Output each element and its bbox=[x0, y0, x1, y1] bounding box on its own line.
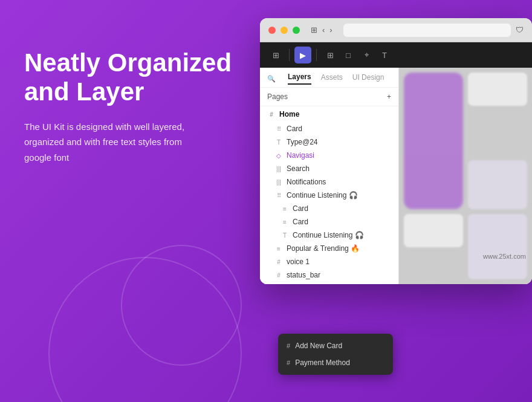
layer-icon-bar: ||| bbox=[274, 166, 283, 172]
tab-layers[interactable]: Layers bbox=[288, 73, 311, 85]
popup-item-payment[interactable]: # Payment Method bbox=[278, 354, 393, 371]
browser-url-bar[interactable] bbox=[343, 24, 511, 37]
figma-left-panel: 🔍 Layers Assets UI Design Pages + # Home bbox=[260, 68, 399, 284]
layer-label-cl: Continue Listening 🎧 bbox=[287, 191, 358, 199]
layer-icon-card2: ≡ bbox=[281, 206, 289, 212]
layer-label-search: Search bbox=[287, 164, 310, 173]
layer-item[interactable]: # voice 1 bbox=[260, 255, 398, 268]
context-menu: # Add New Card # Payment Method bbox=[278, 334, 393, 375]
browser-dot-yellow[interactable] bbox=[281, 27, 288, 34]
layer-label-cl2: Continue Listening 🎧 bbox=[293, 231, 364, 239]
canvas-card-white-1 bbox=[468, 73, 527, 106]
popup-payment-icon: # bbox=[287, 359, 290, 366]
layer-home[interactable]: # Home bbox=[260, 106, 398, 122]
layer-icon-card3: ≡ bbox=[281, 219, 289, 225]
layer-label-navigasi: Navigasi bbox=[287, 151, 314, 160]
popup-add-label: Add New Card bbox=[295, 342, 342, 350]
canvas-card-white-2 bbox=[404, 214, 463, 247]
layer-label-voice: voice 1 bbox=[287, 258, 310, 266]
layer-label-card2: Card bbox=[293, 204, 308, 213]
layer-label-pt: Popular & Trending 🔥 bbox=[287, 244, 360, 253]
figma-canvas: www.25xt.com bbox=[399, 68, 532, 284]
layer-icon-voice: # bbox=[274, 259, 283, 265]
toolbar-group-left: ⊞ bbox=[267, 47, 284, 63]
toolbar-frame-btn[interactable]: ⊞ bbox=[322, 47, 339, 63]
layer-icon-pt: ≡ bbox=[274, 245, 283, 252]
browser-nav-controls: ⊞ ‹ › bbox=[311, 25, 332, 34]
layer-list: # Home ⠿ Card T Type@24 ◇ Navigasi bbox=[260, 106, 398, 284]
toolbar-sep-2 bbox=[316, 49, 317, 61]
layer-label-card3: Card bbox=[293, 218, 308, 226]
browser-forward-icon[interactable]: › bbox=[329, 25, 332, 34]
canvas-card-light-2 bbox=[468, 214, 527, 279]
layer-item[interactable]: # status_bar bbox=[260, 268, 398, 282]
toolbar-text-btn[interactable]: T bbox=[376, 47, 393, 63]
layer-item[interactable]: T Type@24 bbox=[260, 135, 398, 149]
panel-tabs: 🔍 Layers Assets UI Design bbox=[260, 68, 398, 88]
browser-dot-green[interactable] bbox=[293, 27, 300, 34]
layer-icon-text: T bbox=[274, 139, 283, 146]
canvas-phone-purple bbox=[404, 73, 463, 209]
layer-icon-status: # bbox=[274, 272, 283, 279]
toolbar-group-move: ▶ bbox=[294, 47, 311, 63]
layer-label-type24: Type@24 bbox=[287, 138, 318, 146]
layer-item-navigasi[interactable]: ◇ Navigasi bbox=[260, 149, 398, 162]
layer-home-label: Home bbox=[279, 110, 299, 118]
layer-item[interactable]: ≡ Card bbox=[260, 215, 398, 229]
browser-back-icon[interactable]: ‹ bbox=[322, 25, 325, 34]
panel-search-icon: 🔍 bbox=[267, 75, 276, 83]
toolbar-move-btn[interactable]: ▶ bbox=[294, 47, 311, 63]
layer-icon-cl2: T bbox=[281, 232, 289, 239]
toolbar-group-shape: ⊞ □ ⌖ T bbox=[322, 47, 393, 63]
browser-shield-icon: 🛡 bbox=[516, 25, 524, 34]
left-content: Neatly Organized and Layer The UI Kit is… bbox=[24, 48, 242, 165]
pages-label: Pages bbox=[267, 92, 288, 101]
tab-ui-design[interactable]: UI Design bbox=[352, 73, 384, 84]
layer-label-card1: Card bbox=[287, 125, 302, 133]
page-heading: Neatly Organized and Layer bbox=[24, 48, 242, 107]
figma-toolbar: ⊞ ▶ ⊞ □ ⌖ T bbox=[260, 42, 532, 68]
toolbar-rect-btn[interactable]: □ bbox=[340, 47, 357, 63]
toolbar-pen-btn[interactable]: ⌖ bbox=[358, 47, 375, 63]
popup-payment-label: Payment Method bbox=[295, 358, 350, 367]
layer-icon-cl: ⠿ bbox=[274, 192, 283, 199]
layer-icon-notif: ||| bbox=[274, 179, 283, 186]
watermark-text: www.25xt.com bbox=[483, 253, 526, 260]
layer-item[interactable]: ⠿ Card bbox=[260, 122, 398, 135]
browser-dot-red[interactable] bbox=[268, 27, 276, 34]
browser-grid-icon[interactable]: ⊞ bbox=[311, 25, 317, 34]
popup-item-add-card[interactable]: # Add New Card bbox=[278, 337, 393, 354]
popup-add-icon: # bbox=[287, 342, 290, 349]
layer-item[interactable]: T Continue Listening 🎧 bbox=[260, 229, 398, 242]
layer-home-icon: # bbox=[267, 111, 276, 118]
toolbar-sep-1 bbox=[289, 49, 290, 61]
layer-label-statusbar: status_bar bbox=[287, 271, 320, 279]
canvas-content bbox=[399, 68, 532, 284]
browser-titlebar: ⊞ ‹ › 🛡 bbox=[260, 18, 532, 42]
browser-window: ⊞ ‹ › 🛡 ⊞ ▶ ⊞ □ ⌖ T 🔍 Layers bbox=[260, 18, 532, 284]
figma-main: 🔍 Layers Assets UI Design Pages + # Home bbox=[260, 68, 532, 284]
layer-item[interactable]: ||| Notifications bbox=[260, 175, 398, 189]
layer-item[interactable]: ⠿ Continue Listening 🎧 bbox=[260, 189, 398, 202]
canvas-card-light-1 bbox=[468, 160, 527, 210]
layer-item[interactable]: ||| Search bbox=[260, 162, 398, 175]
toolbar-menu-btn[interactable]: ⊞ bbox=[267, 47, 284, 63]
layer-icon-grid: ⠿ bbox=[274, 126, 283, 132]
page-description: The UI Kit is designed with well layered… bbox=[24, 119, 206, 166]
tab-assets[interactable]: Assets bbox=[321, 73, 343, 84]
layer-icon-nav: ◇ bbox=[274, 152, 283, 159]
layer-item[interactable]: ≡ Card bbox=[260, 202, 398, 215]
layer-label-notif: Notifications bbox=[287, 178, 326, 186]
pages-plus-btn[interactable]: + bbox=[387, 92, 391, 101]
pages-header: Pages + bbox=[260, 88, 398, 106]
layer-item[interactable]: ≡ Popular & Trending 🔥 bbox=[260, 242, 398, 255]
